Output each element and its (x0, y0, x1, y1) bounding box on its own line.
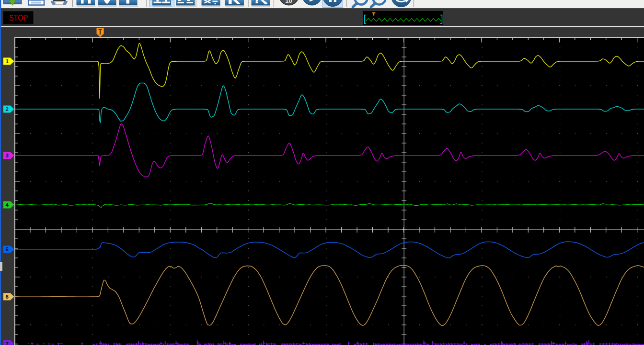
svg-text:4: 4 (6, 202, 9, 208)
svg-text:6: 6 (6, 294, 9, 300)
svg-text:STOP: STOP (9, 14, 28, 22)
svg-text:5: 5 (6, 246, 9, 252)
svg-text:7: 7 (6, 341, 9, 345)
svg-text:3: 3 (6, 153, 9, 158)
svg-text:10: 10 (285, 0, 292, 4)
svg-text:2: 2 (6, 106, 9, 112)
svg-text:1: 1 (6, 58, 9, 64)
